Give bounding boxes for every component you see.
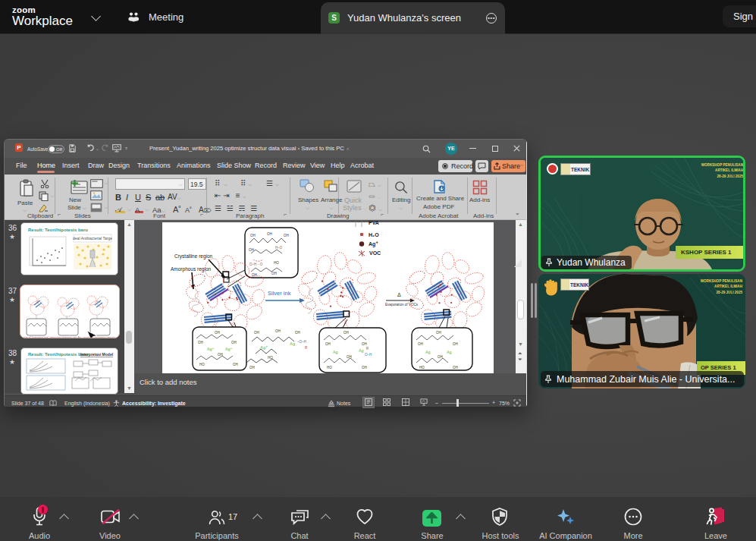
svg-text:Ag: Ag [359, 348, 364, 353]
svg-text:OH: OH [295, 331, 300, 335]
svg-text:OH: OH [250, 234, 256, 237]
svg-text:OH: OH [284, 234, 289, 237]
svg-text:OH: OH [453, 366, 458, 370]
svg-text:OH: OH [275, 329, 281, 333]
svg-text:HO: HO [199, 363, 205, 366]
svg-text:HO: HO [274, 261, 279, 265]
svg-text:OH: OH [249, 248, 254, 252]
svg-text:Δ: Δ [397, 292, 401, 297]
svg-text:Ag⁺: Ag⁺ [369, 241, 378, 247]
svg-text:OH: OH [198, 341, 203, 344]
svg-text:OH: OH [362, 342, 367, 346]
svg-text:OH: OH [453, 342, 458, 346]
svg-text:Ag: Ag [425, 350, 431, 354]
svg-text:Silver ink: Silver ink [268, 290, 291, 297]
svg-text:Ideal Antibacterial Target: Ideal Antibacterial Target [73, 236, 112, 241]
svg-text:OH: OH [325, 342, 331, 346]
svg-text:HO: HO [268, 356, 273, 360]
svg-text:Ag: Ag [333, 350, 338, 354]
svg-text:OH: OH [218, 353, 223, 357]
svg-text:Ag⁺: Ag⁺ [225, 347, 233, 351]
svg-text:OH: OH [254, 331, 259, 335]
svg-text:VOC: VOC [369, 250, 381, 256]
svg-text:–O–H: –O–H [297, 340, 306, 344]
svg-text:OH: OH [347, 355, 352, 359]
svg-text:O–H···O: O–H···O [249, 263, 263, 266]
svg-text:Figure: Illustration the actio: Figure: Illustration the action of "nano… [20, 336, 115, 338]
svg-text:OH: OH [233, 363, 238, 366]
svg-text:H–O: H–O [275, 246, 283, 250]
svg-text:OH: OH [271, 272, 277, 275]
svg-text:OH: OH [215, 331, 220, 335]
svg-text:Ag: Ag [290, 341, 295, 346]
svg-text:H₂O: H₂O [369, 232, 379, 237]
svg-text:OH: OH [438, 355, 443, 359]
svg-text:OH: OH [267, 232, 272, 236]
svg-text:OH: OH [343, 331, 349, 335]
svg-text:HO: HO [327, 366, 332, 370]
svg-text:Evaporation of VOCs: Evaporation of VOCs [385, 303, 419, 307]
svg-text:R: R [305, 346, 308, 350]
svg-text:OH: OH [436, 331, 441, 335]
svg-text:O–H: O–H [365, 353, 372, 357]
svg-text:Crystalline region: Crystalline region [174, 253, 213, 259]
svg-text:OH: OH [418, 342, 423, 346]
svg-text:Ag⁺: Ag⁺ [207, 347, 215, 351]
svg-text:OH: OH [362, 366, 367, 370]
svg-text:OH: OH [249, 366, 255, 370]
svg-text:OH: OH [231, 341, 237, 344]
svg-text:Ag: Ag [447, 350, 452, 354]
svg-text:HO: HO [419, 366, 425, 370]
svg-text:PVA: PVA [369, 220, 379, 225]
